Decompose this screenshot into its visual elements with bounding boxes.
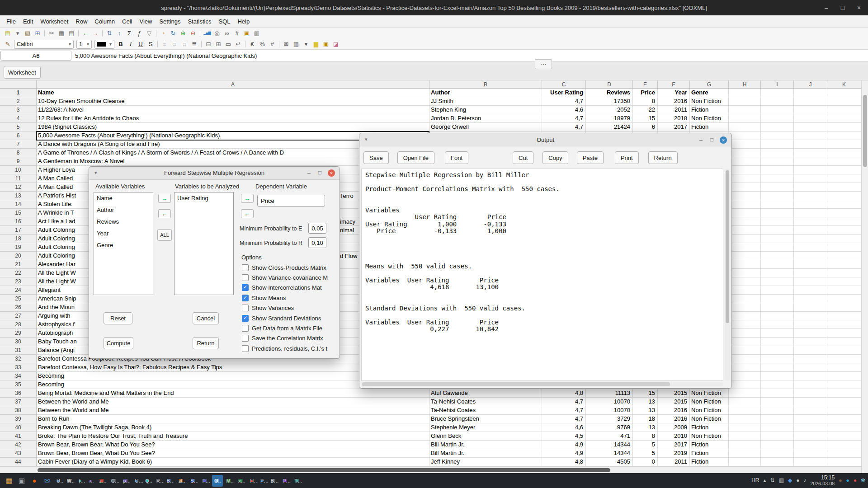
row-number[interactable]: 14 [0, 200, 37, 209]
currency-icon[interactable]: € [247, 40, 257, 49]
cell-genre[interactable]: Fiction [690, 106, 729, 114]
menu-edit[interactable]: Edit [19, 16, 37, 27]
refresh-icon[interactable]: ↻ [168, 29, 178, 38]
cell-reviews[interactable]: 10070 [586, 406, 633, 415]
cell-empty[interactable] [729, 372, 761, 380]
cut-icon[interactable]: ✂ [47, 29, 57, 38]
cell-price[interactable]: 13 [633, 423, 658, 432]
cell-user-rating[interactable]: 4,9 [542, 449, 586, 458]
media-app-icon[interactable]: ● [854, 477, 857, 483]
cell-empty[interactable] [827, 209, 861, 217]
task-window-s1[interactable]: ▣ S… [188, 475, 199, 487]
cell-empty[interactable] [761, 131, 794, 140]
cell-user-rating[interactable]: 4,7 [542, 123, 586, 131]
cell-empty[interactable] [729, 338, 761, 346]
cell-empty[interactable] [761, 295, 794, 303]
cell-empty[interactable] [827, 389, 861, 398]
notification-icon[interactable]: ● [796, 477, 799, 483]
cell-user-rating[interactable]: 4,8 [542, 389, 586, 398]
task-window-p2[interactable]: ● P… [258, 475, 268, 487]
cell-author[interactable]: Bill Martin Jr. [429, 441, 542, 449]
cell-empty[interactable] [729, 123, 761, 131]
row-number[interactable]: 37 [0, 398, 37, 406]
cell-empty[interactable] [761, 200, 794, 209]
cell-author[interactable]: Stephen King [429, 106, 542, 114]
column-header-d[interactable]: D [586, 80, 633, 89]
cell-author[interactable]: Jeff Kinney [429, 458, 542, 466]
column-header-h[interactable]: H [729, 80, 761, 89]
cell-empty[interactable] [729, 312, 761, 320]
cell-empty[interactable] [794, 200, 827, 209]
filter-icon[interactable]: ▽ [144, 29, 154, 38]
cell-empty[interactable] [827, 346, 861, 355]
keyboard-icon[interactable]: ▥ [779, 477, 784, 483]
cell-empty[interactable] [827, 243, 861, 252]
cell-empty[interactable] [761, 398, 794, 406]
min-probability-remove-field[interactable]: 0,10 [308, 237, 326, 248]
cell-empty[interactable] [794, 432, 827, 441]
cell-empty[interactable] [794, 114, 827, 123]
cell-empty[interactable] [729, 89, 761, 97]
sort-ascending-icon[interactable]: ⇅ [104, 29, 114, 38]
lock-icon[interactable]: ▣ [242, 29, 252, 38]
cell-empty[interactable] [761, 114, 794, 123]
cell-year[interactable]: 2015 [658, 389, 690, 398]
cell-empty[interactable] [729, 97, 761, 106]
cell-empty[interactable] [794, 252, 827, 260]
browser-icon[interactable]: ● [28, 474, 41, 487]
cell-reviews[interactable]: 9769 [586, 423, 633, 432]
header-cell-author[interactable]: Author [429, 89, 542, 97]
cell-empty[interactable] [827, 338, 861, 346]
font-button[interactable]: Font [445, 151, 468, 164]
cell-empty[interactable] [761, 458, 794, 466]
minimize-button[interactable]: – [822, 4, 831, 11]
row-number[interactable]: 4 [0, 114, 37, 123]
menu-row[interactable]: Row [72, 16, 91, 27]
cell-empty[interactable] [827, 458, 861, 466]
column-header-b[interactable]: B [429, 80, 542, 89]
cell-year[interactable]: 2017 [658, 123, 690, 131]
menu-worksheet[interactable]: Worksheet [37, 16, 72, 27]
header-cell-reviews[interactable]: Reviews [586, 89, 633, 97]
select-all-corner[interactable] [0, 80, 37, 89]
percent-icon[interactable]: % [257, 40, 267, 49]
cell-empty[interactable] [794, 123, 827, 131]
cell-empty[interactable] [729, 355, 761, 363]
row-number[interactable]: 8 [0, 149, 37, 157]
cell-empty[interactable] [761, 363, 794, 372]
cell-empty[interactable] [729, 423, 761, 432]
cell-empty[interactable] [794, 277, 827, 286]
column-header-i[interactable]: I [761, 80, 794, 89]
task-window-w[interactable]: ▣ W… [65, 475, 75, 487]
cell-empty[interactable] [761, 209, 794, 217]
option-show-means[interactable]: Show Means [242, 293, 338, 303]
cell-price[interactable]: 5 [633, 449, 658, 458]
row-number[interactable]: 12 [0, 183, 37, 192]
cell-reviews[interactable]: 3729 [586, 415, 633, 423]
close-button[interactable]: × [854, 4, 863, 11]
cell-empty[interactable] [794, 449, 827, 458]
font-size-combo[interactable]: 1 ▾ [76, 40, 92, 49]
output-text[interactable]: Stepwise Multiple Regression by Bill Mil… [362, 169, 723, 336]
row-number[interactable]: 3 [0, 106, 37, 114]
cell-empty[interactable] [761, 432, 794, 441]
separator[interactable] [156, 40, 160, 49]
cell-empty[interactable] [794, 183, 827, 192]
cell-empty[interactable] [729, 389, 761, 398]
cell-name[interactable]: 11/22/63: A Novel [37, 106, 429, 114]
cell-empty[interactable] [827, 441, 861, 449]
cell-empty[interactable] [827, 123, 861, 131]
cell-user-rating[interactable]: 4,7 [542, 114, 586, 123]
cell-empty[interactable] [827, 406, 861, 415]
cell-empty[interactable] [729, 243, 761, 252]
cell-empty[interactable] [761, 260, 794, 269]
cell-name[interactable]: Being Mortal: Medicine and What Matters … [37, 389, 429, 398]
cell-empty[interactable] [827, 363, 861, 372]
column-header-e[interactable]: E [633, 80, 658, 89]
task-window-b2[interactable]: ▣ B… [269, 475, 279, 487]
cell-empty[interactable] [794, 295, 827, 303]
cell-empty[interactable] [794, 97, 827, 106]
cell-author[interactable]: Bruce Springsteen [429, 415, 542, 423]
cell-empty[interactable] [794, 149, 827, 157]
terminal-icon[interactable]: ▣ [15, 474, 28, 487]
